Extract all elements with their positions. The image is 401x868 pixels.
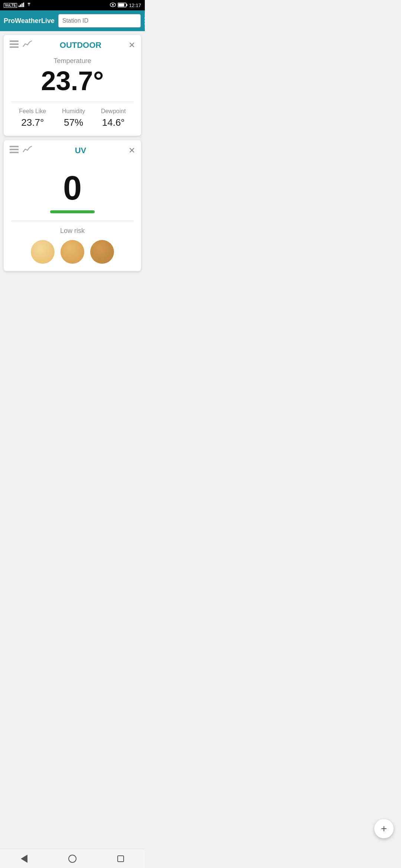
humidity-stat: Humidity 57% [62, 108, 85, 128]
hamburger-line-3 [144, 23, 145, 24]
humidity-value: 57% [64, 117, 83, 128]
dewpoint-stat: Dewpoint 14.6° [101, 108, 126, 128]
skin-tone-medium [61, 240, 84, 264]
outdoor-close-button[interactable]: ✕ [128, 41, 135, 49]
hamburger-line-2 [144, 20, 145, 22]
brand-bold: WeatherLive [15, 17, 55, 24]
svg-rect-13 [10, 149, 19, 150]
dewpoint-label: Dewpoint [101, 108, 126, 115]
uv-card-header: UV ✕ [4, 140, 141, 159]
svg-rect-2 [22, 3, 23, 7]
risk-label: Low risk [11, 227, 134, 235]
brand-logo: ProWeatherLive [4, 17, 55, 25]
svg-rect-1 [20, 4, 21, 7]
list-icon [10, 40, 19, 50]
brand-regular: Pro [4, 17, 15, 24]
feels-like-label: Feels Like [19, 108, 46, 115]
svg-rect-7 [126, 4, 127, 6]
menu-button[interactable] [144, 13, 145, 29]
status-left: VoLTE [4, 3, 32, 8]
outdoor-title: OUTDOOR [36, 40, 125, 50]
chart-icon [22, 40, 33, 50]
outdoor-body: Temperature 23.7° Feels Like 23.7° Humid… [4, 53, 141, 136]
temp-label: Temperature [11, 57, 134, 65]
wifi-icon [26, 3, 32, 8]
hamburger-line-1 [144, 17, 145, 19]
svg-rect-8 [118, 3, 124, 6]
main-content: OUTDOOR ✕ Temperature 23.7° Feels Like 2… [0, 31, 145, 297]
skin-tone-dark [90, 240, 114, 264]
uv-bar-container [11, 210, 134, 213]
skin-tones-row [11, 240, 134, 264]
uv-value: 0 [11, 170, 134, 207]
svg-rect-14 [10, 152, 19, 153]
svg-point-5 [112, 4, 114, 6]
svg-rect-3 [23, 3, 24, 7]
svg-rect-0 [19, 6, 20, 7]
station-id-input[interactable] [58, 14, 141, 27]
uv-list-icon [10, 145, 19, 156]
feels-like-value: 23.7° [21, 117, 44, 128]
uv-divider [11, 221, 134, 221]
status-right: 12:17 [110, 3, 141, 8]
status-bar: VoLTE 12:17 [0, 0, 145, 10]
outdoor-divider [11, 102, 134, 102]
stats-row: Feels Like 23.7° Humidity 57% Dewpoint 1… [11, 108, 134, 128]
svg-rect-9 [10, 40, 19, 42]
svg-rect-12 [10, 146, 19, 147]
uv-title: UV [36, 146, 125, 155]
uv-close-button[interactable]: ✕ [128, 147, 135, 155]
time-display: 12:17 [129, 3, 141, 8]
uv-body: 0 Low risk [4, 159, 141, 271]
eye-icon [110, 3, 116, 8]
app-header: ProWeatherLive [0, 10, 145, 31]
humidity-label: Humidity [62, 108, 85, 115]
uv-card: UV ✕ 0 Low risk [4, 140, 141, 271]
temp-value: 23.7° [11, 66, 134, 96]
uv-chart-icon [22, 145, 33, 156]
outdoor-card-header: OUTDOOR ✕ [4, 35, 141, 53]
volte-indicator: VoLTE [4, 3, 17, 8]
dewpoint-value: 14.6° [102, 117, 125, 128]
feels-like-stat: Feels Like 23.7° [19, 108, 46, 128]
signal-icon [19, 3, 25, 8]
battery-icon [118, 3, 127, 8]
skin-tone-light [31, 240, 55, 264]
svg-rect-10 [10, 43, 19, 45]
uv-bar [50, 210, 95, 213]
svg-rect-11 [10, 46, 19, 48]
outdoor-card: OUTDOOR ✕ Temperature 23.7° Feels Like 2… [4, 35, 141, 136]
